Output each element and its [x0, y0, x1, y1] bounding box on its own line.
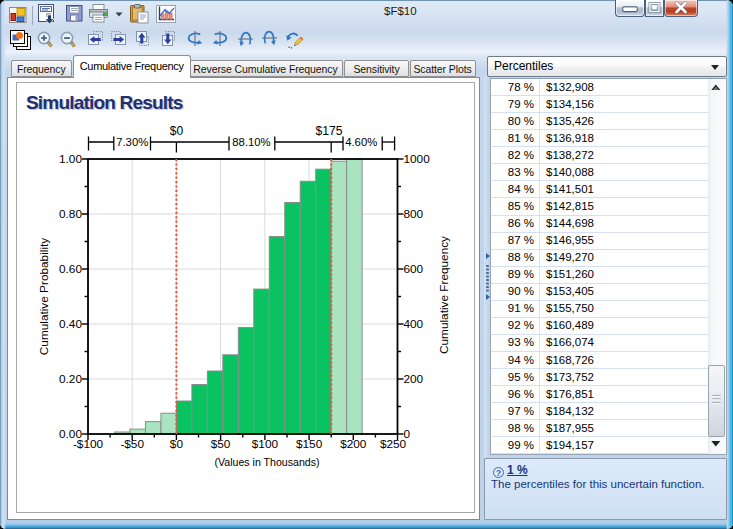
svg-text:400: 400	[404, 317, 424, 331]
svg-text:200: 200	[404, 372, 424, 386]
svg-text:$100: $100	[252, 437, 279, 451]
svg-text:0: 0	[404, 427, 411, 441]
svg-text:$50: $50	[211, 437, 231, 451]
svg-text:$0: $0	[170, 124, 184, 138]
svg-text:1.00: 1.00	[59, 152, 82, 166]
svg-text:4.60%: 4.60%	[345, 136, 377, 148]
svg-text:0.60: 0.60	[59, 262, 82, 276]
svg-text:(Values in Thousands): (Values in Thousands)	[214, 456, 319, 468]
svg-text:$175: $175	[316, 124, 343, 138]
svg-text:$150: $150	[296, 437, 323, 451]
svg-text:Cumulative Probability: Cumulative Probability	[37, 238, 51, 355]
svg-text:$200: $200	[340, 437, 367, 451]
svg-text:7.30%: 7.30%	[116, 136, 148, 148]
svg-text:800: 800	[404, 207, 424, 221]
svg-text:0.00: 0.00	[59, 427, 82, 441]
svg-text:Cumulative Frequency: Cumulative Frequency	[437, 236, 451, 354]
svg-text:1000: 1000	[404, 152, 431, 166]
svg-text:0.80: 0.80	[59, 207, 82, 221]
svg-text:88.10%: 88.10%	[232, 136, 270, 148]
svg-text:$0: $0	[170, 437, 184, 451]
svg-text:0.40: 0.40	[59, 317, 82, 331]
svg-text:0.20: 0.20	[59, 372, 82, 386]
svg-text:600: 600	[404, 262, 424, 276]
svg-text:-$50: -$50	[120, 437, 144, 451]
